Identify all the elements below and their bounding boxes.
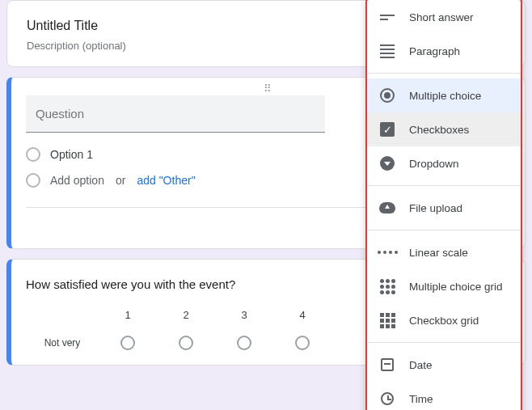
menu-item-label: Checkbox grid bbox=[409, 315, 479, 327]
scale-radio[interactable] bbox=[237, 336, 251, 350]
upload-icon bbox=[378, 199, 396, 217]
scale-radio[interactable] bbox=[295, 336, 310, 350]
or-text: or bbox=[114, 174, 127, 187]
checkbox-icon: ✓ bbox=[378, 120, 396, 138]
option-label[interactable]: Option 1 bbox=[50, 148, 93, 161]
menu-item-date[interactable]: Date bbox=[367, 348, 521, 382]
menu-item-upload[interactable]: File upload bbox=[367, 191, 521, 225]
menu-item-linear-scale[interactable]: Linear scale bbox=[367, 235, 521, 269]
scale-radio[interactable] bbox=[120, 336, 135, 350]
question-input[interactable] bbox=[26, 95, 325, 133]
scale-number: 4 bbox=[273, 309, 331, 321]
question-type-menu[interactable]: Short answerParagraphMultiple choice✓Che… bbox=[365, 0, 522, 410]
menu-item-label: Time bbox=[409, 393, 433, 405]
menu-separator bbox=[367, 230, 521, 230]
scale-number: 3 bbox=[215, 309, 273, 321]
radio-icon bbox=[26, 173, 40, 188]
menu-item-dot-grid[interactable]: Multiple choice grid bbox=[367, 269, 521, 303]
menu-item-label: Linear scale bbox=[409, 247, 468, 259]
menu-item-label: Date bbox=[409, 359, 433, 371]
radio-icon bbox=[378, 87, 396, 104]
menu-separator bbox=[367, 73, 521, 74]
menu-item-label: Checkboxes bbox=[409, 124, 469, 136]
scale-number: 1 bbox=[99, 309, 157, 321]
menu-item-time[interactable]: Time bbox=[367, 382, 521, 410]
menu-item-radio[interactable]: Multiple choice bbox=[367, 78, 521, 112]
scale-low-label: Not very bbox=[26, 337, 99, 349]
menu-item-label: Dropdown bbox=[409, 158, 459, 170]
menu-item-paragraph[interactable]: Paragraph bbox=[367, 34, 521, 68]
dot-grid-icon bbox=[378, 277, 396, 295]
dropdown-icon bbox=[378, 154, 396, 172]
menu-separator bbox=[367, 185, 521, 186]
menu-item-label: Short answer bbox=[409, 11, 474, 23]
menu-separator bbox=[367, 342, 521, 343]
paragraph-icon bbox=[378, 42, 396, 60]
menu-item-label: Multiple choice bbox=[409, 90, 481, 102]
time-icon bbox=[378, 390, 396, 408]
square-grid-icon bbox=[378, 311, 396, 329]
menu-item-label: Multiple choice grid bbox=[409, 281, 503, 293]
scale-number: 2 bbox=[157, 309, 215, 321]
menu-item-checkbox[interactable]: ✓Checkboxes bbox=[367, 112, 521, 146]
menu-item-short-answer[interactable]: Short answer bbox=[367, 0, 521, 34]
menu-item-label: File upload bbox=[409, 202, 462, 214]
radio-icon bbox=[26, 147, 40, 162]
linear-scale-icon bbox=[378, 243, 396, 261]
menu-item-label: Paragraph bbox=[409, 45, 460, 57]
menu-item-square-grid[interactable]: Checkbox grid bbox=[367, 303, 521, 337]
scale-radio[interactable] bbox=[179, 336, 193, 350]
add-other-button[interactable]: add "Other" bbox=[137, 174, 195, 187]
add-option-button[interactable]: Add option bbox=[50, 174, 104, 187]
short-answer-icon bbox=[378, 8, 396, 26]
menu-item-dropdown[interactable]: Dropdown bbox=[367, 146, 521, 180]
drag-handle-icon[interactable]: ⠿ bbox=[264, 82, 273, 95]
date-icon bbox=[378, 356, 396, 374]
